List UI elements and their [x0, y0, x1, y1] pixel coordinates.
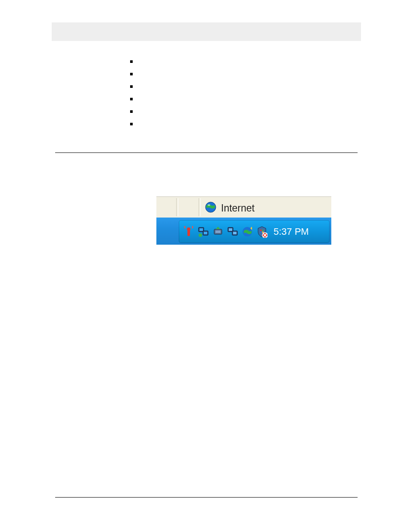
- svg-rect-17: [233, 232, 237, 234]
- svg-point-11: [199, 233, 202, 237]
- list-bullet: [130, 123, 133, 125]
- horizontal-rule: [55, 497, 358, 498]
- svg-point-4: [187, 227, 190, 231]
- list-bullet: [130, 110, 133, 113]
- svg-rect-8: [199, 228, 203, 231]
- internet-zone-icon: [205, 201, 217, 213]
- network-connection-2-icon[interactable]: [227, 226, 238, 238]
- windows-security-alert-icon[interactable]: [256, 226, 268, 238]
- list-bullet: [130, 98, 133, 100]
- internet-zone-label: Internet: [221, 202, 255, 214]
- windows-update-icon[interactable]: [242, 226, 253, 238]
- list-bullet: [130, 85, 133, 88]
- list-bullet: [130, 73, 133, 75]
- svg-rect-13: [215, 230, 221, 233]
- header-background: [52, 22, 361, 41]
- svg-rect-15: [229, 228, 232, 231]
- ie-statusbar: Internet: [156, 196, 331, 218]
- svg-rect-21: [260, 231, 262, 233]
- windows-taskbar: 5:37 PM: [156, 218, 331, 245]
- statusbar-divider: [199, 198, 201, 216]
- horizontal-rule: [55, 152, 358, 153]
- svg-point-2: [208, 204, 210, 206]
- statusbar-divider: [176, 198, 178, 216]
- network-connection-icon[interactable]: [198, 226, 209, 238]
- svg-point-6: [192, 226, 193, 227]
- list-bullet: [130, 60, 133, 63]
- system-tray: 5:37 PM: [179, 220, 330, 243]
- document-page: Internet: [0, 0, 411, 532]
- bullet-list: [130, 60, 133, 135]
- svg-point-5: [184, 226, 186, 227]
- svg-rect-20: [262, 230, 264, 231]
- honeypoint-agent-icon[interactable]: [183, 226, 194, 238]
- safely-remove-hardware-icon[interactable]: [212, 226, 224, 238]
- svg-rect-10: [204, 232, 207, 234]
- taskbar-screenshot: Internet: [156, 196, 331, 245]
- taskbar-clock[interactable]: 5:37 PM: [274, 226, 309, 237]
- svg-rect-19: [260, 230, 262, 231]
